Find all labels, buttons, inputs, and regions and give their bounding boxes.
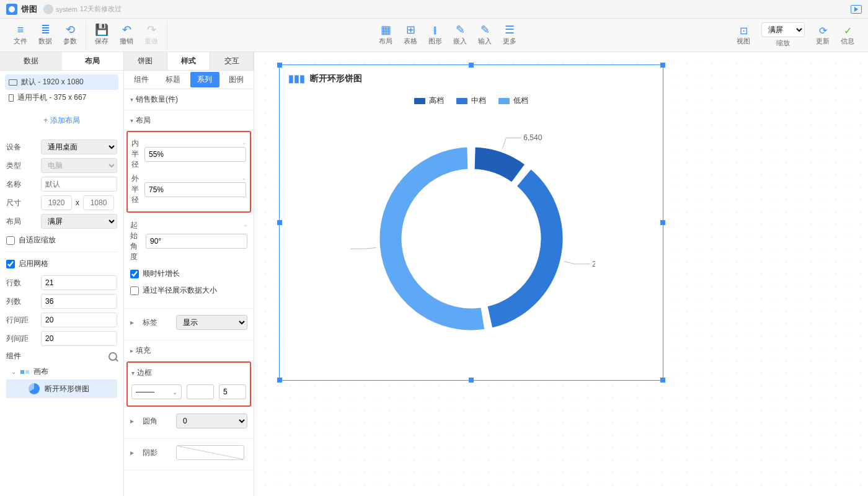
grid-checkbox[interactable] <box>6 260 15 268</box>
row-gap-input[interactable] <box>41 312 117 327</box>
chart-icon: ▮▮▮ <box>288 73 305 84</box>
border-width-input[interactable] <box>219 384 246 399</box>
tab-data[interactable]: 数据 <box>0 52 62 70</box>
tool-icon: ▦ <box>381 24 391 35</box>
tool-icon: ≡ <box>17 24 24 35</box>
layout-select[interactable]: 满屏 <box>41 214 117 229</box>
resize-handle[interactable] <box>660 220 665 225</box>
resize-handle[interactable] <box>277 220 282 225</box>
radius-size-checkbox[interactable] <box>130 286 139 295</box>
col-gap-input[interactable] <box>41 331 117 346</box>
cols-input[interactable] <box>41 294 117 309</box>
preview-button[interactable] <box>851 5 862 14</box>
user-icon <box>43 4 53 14</box>
border-highlight: 边框 ⌄ <box>126 361 251 407</box>
tool-edit-1[interactable]: ↶撤销 <box>115 22 138 48</box>
caret-down-icon: ⌄ <box>172 389 177 396</box>
legend-item-1[interactable]: 中档 <box>456 95 486 106</box>
resize-handle[interactable] <box>660 378 665 383</box>
pie-icon <box>29 383 40 394</box>
resize-handle[interactable] <box>469 378 474 383</box>
device-item-1[interactable]: 通用手机 - 375 x 667 <box>5 90 118 105</box>
tool-insert-4[interactable]: ✎输入 <box>473 22 497 48</box>
border-color-input[interactable] <box>187 384 214 399</box>
zoom-select[interactable]: 满屏 <box>761 22 805 37</box>
tool-icon: 💾 <box>95 24 108 35</box>
svg-text:22,387: 22,387 <box>592 260 595 268</box>
resize-handle[interactable] <box>660 63 665 68</box>
canvas-area[interactable]: ▮▮▮断开环形饼图 高档中档低档 6,54022,38732,629 <box>254 52 868 496</box>
legend-item-0[interactable]: 高档 <box>414 95 444 106</box>
clockwise-checkbox[interactable] <box>130 270 139 278</box>
canvas-icon <box>20 370 30 374</box>
tool-file-2[interactable]: ⟲参数 <box>58 22 82 48</box>
border-section-head[interactable]: 边框 <box>131 365 246 381</box>
resize-handle[interactable] <box>469 63 474 68</box>
type-select[interactable]: 电脑 <box>41 158 117 173</box>
rows-input[interactable] <box>41 275 117 290</box>
tool-insert-1[interactable]: ⊞表格 <box>399 22 422 48</box>
device-select[interactable]: 通用桌面 <box>41 140 117 154</box>
chart-widget[interactable]: ▮▮▮断开环形饼图 高档中档低档 6,54022,38732,629 <box>279 64 663 381</box>
subtab-title[interactable]: 标题 <box>158 72 187 87</box>
series-name-head[interactable]: 销售数量(件) <box>124 89 254 110</box>
chart-title: 断开环形饼图 <box>310 73 362 84</box>
resize-handle[interactable] <box>277 378 282 383</box>
zoom-control[interactable]: 满屏 缩放 <box>756 20 810 50</box>
inner-radius-input[interactable] <box>144 147 246 162</box>
view-button[interactable]: ⊡视图 <box>732 22 755 48</box>
view-icon: ⊡ <box>740 25 748 37</box>
info-button[interactable]: ✓信息 <box>836 22 859 48</box>
adaptive-checkbox[interactable] <box>6 236 15 245</box>
tool-edit-2[interactable]: ↷重做 <box>140 22 163 48</box>
subtab-legend[interactable]: 图例 <box>222 72 251 87</box>
tree-canvas[interactable]: ⌄画布 <box>6 364 117 379</box>
shadow-select[interactable] <box>176 445 244 460</box>
device-item-0[interactable]: 默认 - 1920 x 1080 <box>5 74 118 90</box>
layout-section-head[interactable]: 布局 <box>124 110 254 131</box>
caret-icon: ▸ <box>130 417 138 425</box>
start-angle-input[interactable] <box>146 234 247 249</box>
tool-insert-3[interactable]: ✎嵌入 <box>448 22 472 48</box>
tool-icon: ✎ <box>456 24 465 35</box>
search-icon[interactable] <box>108 352 117 361</box>
outer-radius-input[interactable] <box>144 182 246 197</box>
tab-layout[interactable]: 布局 <box>62 52 124 70</box>
fill-section-head[interactable]: 填充 <box>124 340 254 361</box>
user-name: system <box>56 6 78 13</box>
tool-insert-5[interactable]: ☰更多 <box>498 22 521 48</box>
tool-icon: ⊞ <box>406 24 415 35</box>
mobile-icon <box>9 94 14 102</box>
style-panel: 饼图 样式 交互 组件 标题 系列 图例 销售数量(件) 布局 内半径 外半径 … <box>124 52 254 496</box>
tab-interact[interactable]: 交互 <box>210 52 254 70</box>
border-style-select[interactable]: ⌄ <box>131 384 182 399</box>
name-input[interactable] <box>41 177 117 192</box>
chart-legend: 高档中档低档 <box>280 92 663 108</box>
tool-icon: ✎ <box>480 24 490 35</box>
tool-insert-0[interactable]: ▦布局 <box>374 22 397 48</box>
subtab-series[interactable]: 系列 <box>190 72 219 87</box>
tool-file-0[interactable]: ≡文件 <box>9 22 32 48</box>
width-input[interactable] <box>41 195 72 210</box>
refresh-button[interactable]: ⟳更新 <box>811 22 835 48</box>
page-title: 饼图 <box>21 4 37 15</box>
legend-swatch <box>498 98 510 104</box>
corner-radius-select[interactable]: 0 <box>176 414 247 428</box>
legend-item-2[interactable]: 低档 <box>498 95 528 106</box>
tree-donut-chart[interactable]: 断开环形饼图 <box>6 379 117 398</box>
add-layout-button[interactable]: + 添加布局 <box>0 109 123 132</box>
resize-handle[interactable] <box>277 63 282 68</box>
check-icon: ✓ <box>844 25 852 37</box>
tool-icon: ↷ <box>147 24 156 35</box>
main-toolbar: ≡文件≣数据⟲参数 💾保存↶撤销↷重做 ▦布局⊞表格⫿图形✎嵌入✎输入☰更多 ⊡… <box>0 19 868 52</box>
height-input[interactable] <box>83 195 114 210</box>
subtab-component[interactable]: 组件 <box>126 72 156 87</box>
tool-edit-0[interactable]: 💾保存 <box>90 22 113 48</box>
tool-insert-2[interactable]: ⫿图形 <box>423 22 447 48</box>
tab-pie[interactable]: 饼图 <box>124 52 167 70</box>
tool-file-1[interactable]: ≣数据 <box>33 22 57 48</box>
label-select[interactable]: 显示 <box>176 315 247 330</box>
desktop-icon <box>9 79 17 86</box>
tab-style[interactable]: 样式 <box>167 52 211 70</box>
tool-icon: ↶ <box>122 24 131 35</box>
